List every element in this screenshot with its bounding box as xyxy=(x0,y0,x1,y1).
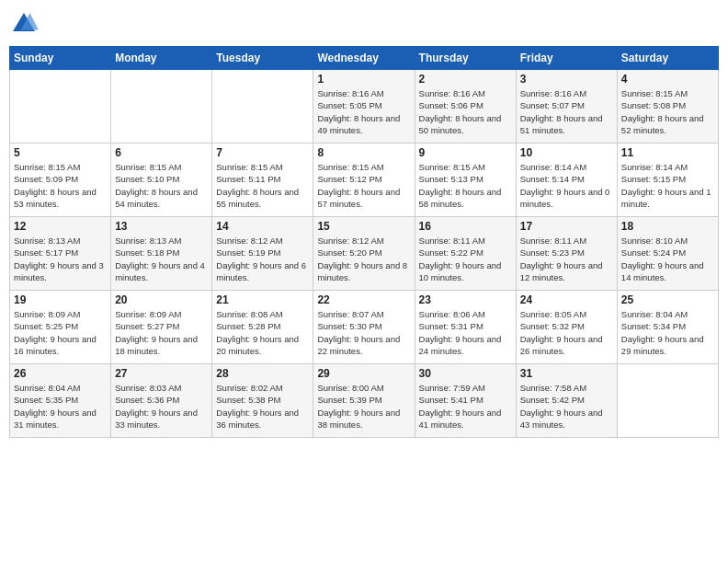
header-sunday: Sunday xyxy=(10,47,111,70)
day-info: Sunrise: 8:06 AM Sunset: 5:31 PM Dayligh… xyxy=(419,308,512,357)
day-info: Sunrise: 8:12 AM Sunset: 5:20 PM Dayligh… xyxy=(317,235,410,283)
table-row: 6Sunrise: 8:15 AM Sunset: 5:10 PM Daylig… xyxy=(111,144,212,217)
table-row xyxy=(212,70,313,144)
table-row: 2Sunrise: 8:16 AM Sunset: 5:06 PM Daylig… xyxy=(415,70,516,144)
day-number: 28 xyxy=(216,367,309,380)
day-info: Sunrise: 8:04 AM Sunset: 5:34 PM Dayligh… xyxy=(621,308,714,357)
day-info: Sunrise: 8:04 AM Sunset: 5:35 PM Dayligh… xyxy=(14,382,107,431)
day-number: 29 xyxy=(317,367,410,380)
day-info: Sunrise: 8:13 AM Sunset: 5:17 PM Dayligh… xyxy=(14,235,107,283)
table-row: 5Sunrise: 8:15 AM Sunset: 5:09 PM Daylig… xyxy=(10,144,111,217)
day-number: 11 xyxy=(621,146,714,159)
day-number: 30 xyxy=(419,367,512,380)
calendar: Sunday Monday Tuesday Wednesday Thursday… xyxy=(9,46,719,438)
day-info: Sunrise: 8:03 AM Sunset: 5:36 PM Dayligh… xyxy=(115,382,208,431)
table-row: 16Sunrise: 8:11 AM Sunset: 5:22 PM Dayli… xyxy=(415,217,516,291)
table-row: 14Sunrise: 8:12 AM Sunset: 5:19 PM Dayli… xyxy=(212,217,313,291)
day-number: 15 xyxy=(317,220,410,233)
table-row: 10Sunrise: 8:14 AM Sunset: 5:14 PM Dayli… xyxy=(516,144,617,217)
table-row: 17Sunrise: 8:11 AM Sunset: 5:23 PM Dayli… xyxy=(516,217,617,291)
table-row: 4Sunrise: 8:15 AM Sunset: 5:08 PM Daylig… xyxy=(617,70,718,144)
weekday-header-row: Sunday Monday Tuesday Wednesday Thursday… xyxy=(10,47,719,70)
day-info: Sunrise: 8:00 AM Sunset: 5:39 PM Dayligh… xyxy=(317,382,410,431)
day-number: 14 xyxy=(216,220,309,233)
day-number: 27 xyxy=(115,367,208,380)
day-info: Sunrise: 8:09 AM Sunset: 5:25 PM Dayligh… xyxy=(14,308,107,357)
day-info: Sunrise: 8:14 AM Sunset: 5:14 PM Dayligh… xyxy=(520,161,613,210)
page: Sunday Monday Tuesday Wednesday Thursday… xyxy=(0,0,728,563)
header-friday: Friday xyxy=(516,47,617,70)
day-number: 7 xyxy=(216,146,309,159)
day-info: Sunrise: 8:15 AM Sunset: 5:10 PM Dayligh… xyxy=(115,161,208,210)
calendar-week-row: 19Sunrise: 8:09 AM Sunset: 5:25 PM Dayli… xyxy=(10,291,719,364)
day-info: Sunrise: 8:11 AM Sunset: 5:22 PM Dayligh… xyxy=(419,235,512,283)
day-number: 18 xyxy=(621,220,714,233)
day-info: Sunrise: 8:15 AM Sunset: 5:11 PM Dayligh… xyxy=(216,161,309,210)
table-row: 12Sunrise: 8:13 AM Sunset: 5:17 PM Dayli… xyxy=(10,217,111,291)
header-monday: Monday xyxy=(111,47,212,70)
table-row: 11Sunrise: 8:14 AM Sunset: 5:15 PM Dayli… xyxy=(617,144,718,217)
calendar-week-row: 1Sunrise: 8:16 AM Sunset: 5:05 PM Daylig… xyxy=(10,70,719,144)
day-info: Sunrise: 8:08 AM Sunset: 5:28 PM Dayligh… xyxy=(216,308,309,357)
header-tuesday: Tuesday xyxy=(212,47,313,70)
table-row: 23Sunrise: 8:06 AM Sunset: 5:31 PM Dayli… xyxy=(415,291,516,364)
day-number: 16 xyxy=(419,220,512,233)
table-row: 20Sunrise: 8:09 AM Sunset: 5:27 PM Dayli… xyxy=(111,291,212,364)
header-wednesday: Wednesday xyxy=(313,47,415,70)
day-info: Sunrise: 8:14 AM Sunset: 5:15 PM Dayligh… xyxy=(621,161,714,210)
table-row: 22Sunrise: 8:07 AM Sunset: 5:30 PM Dayli… xyxy=(313,291,415,364)
day-number: 12 xyxy=(14,220,107,233)
day-info: Sunrise: 8:16 AM Sunset: 5:05 PM Dayligh… xyxy=(317,87,410,136)
day-info: Sunrise: 8:15 AM Sunset: 5:13 PM Dayligh… xyxy=(419,161,512,210)
table-row: 28Sunrise: 8:02 AM Sunset: 5:38 PM Dayli… xyxy=(212,364,313,438)
day-number: 17 xyxy=(520,220,613,233)
table-row xyxy=(111,70,212,144)
table-row: 8Sunrise: 8:15 AM Sunset: 5:12 PM Daylig… xyxy=(313,144,415,217)
day-number: 3 xyxy=(520,73,613,86)
calendar-week-row: 12Sunrise: 8:13 AM Sunset: 5:17 PM Dayli… xyxy=(10,217,719,291)
day-number: 22 xyxy=(317,293,410,306)
day-number: 21 xyxy=(216,293,309,306)
day-info: Sunrise: 8:09 AM Sunset: 5:27 PM Dayligh… xyxy=(115,308,208,357)
day-number: 26 xyxy=(14,367,107,380)
day-number: 4 xyxy=(621,73,714,86)
table-row: 26Sunrise: 8:04 AM Sunset: 5:35 PM Dayli… xyxy=(10,364,111,438)
logo-icon xyxy=(9,9,39,39)
table-row: 25Sunrise: 8:04 AM Sunset: 5:34 PM Dayli… xyxy=(617,291,718,364)
header xyxy=(9,9,719,39)
header-saturday: Saturday xyxy=(617,47,718,70)
day-info: Sunrise: 8:05 AM Sunset: 5:32 PM Dayligh… xyxy=(520,308,613,357)
table-row: 21Sunrise: 8:08 AM Sunset: 5:28 PM Dayli… xyxy=(212,291,313,364)
day-number: 2 xyxy=(419,73,512,86)
day-info: Sunrise: 8:16 AM Sunset: 5:07 PM Dayligh… xyxy=(520,87,613,136)
day-info: Sunrise: 8:13 AM Sunset: 5:18 PM Dayligh… xyxy=(115,235,208,283)
table-row: 24Sunrise: 8:05 AM Sunset: 5:32 PM Dayli… xyxy=(516,291,617,364)
table-row: 31Sunrise: 7:58 AM Sunset: 5:42 PM Dayli… xyxy=(516,364,617,438)
table-row: 18Sunrise: 8:10 AM Sunset: 5:24 PM Dayli… xyxy=(617,217,718,291)
table-row: 13Sunrise: 8:13 AM Sunset: 5:18 PM Dayli… xyxy=(111,217,212,291)
header-thursday: Thursday xyxy=(415,47,516,70)
day-info: Sunrise: 8:15 AM Sunset: 5:09 PM Dayligh… xyxy=(14,161,107,210)
day-info: Sunrise: 8:11 AM Sunset: 5:23 PM Dayligh… xyxy=(520,235,613,283)
day-info: Sunrise: 8:15 AM Sunset: 5:08 PM Dayligh… xyxy=(621,87,714,136)
day-info: Sunrise: 8:02 AM Sunset: 5:38 PM Dayligh… xyxy=(216,382,309,431)
day-number: 25 xyxy=(621,293,714,306)
table-row: 19Sunrise: 8:09 AM Sunset: 5:25 PM Dayli… xyxy=(10,291,111,364)
table-row: 3Sunrise: 8:16 AM Sunset: 5:07 PM Daylig… xyxy=(516,70,617,144)
day-number: 23 xyxy=(419,293,512,306)
day-info: Sunrise: 8:12 AM Sunset: 5:19 PM Dayligh… xyxy=(216,235,309,283)
day-info: Sunrise: 8:16 AM Sunset: 5:06 PM Dayligh… xyxy=(419,87,512,136)
table-row xyxy=(617,364,718,438)
day-number: 20 xyxy=(115,293,208,306)
day-info: Sunrise: 8:15 AM Sunset: 5:12 PM Dayligh… xyxy=(317,161,410,210)
day-number: 31 xyxy=(520,367,613,380)
day-number: 10 xyxy=(520,146,613,159)
day-number: 19 xyxy=(14,293,107,306)
day-info: Sunrise: 7:58 AM Sunset: 5:42 PM Dayligh… xyxy=(520,382,613,431)
table-row: 27Sunrise: 8:03 AM Sunset: 5:36 PM Dayli… xyxy=(111,364,212,438)
table-row: 1Sunrise: 8:16 AM Sunset: 5:05 PM Daylig… xyxy=(313,70,415,144)
day-number: 13 xyxy=(115,220,208,233)
table-row xyxy=(10,70,111,144)
day-number: 24 xyxy=(520,293,613,306)
day-number: 6 xyxy=(115,146,208,159)
